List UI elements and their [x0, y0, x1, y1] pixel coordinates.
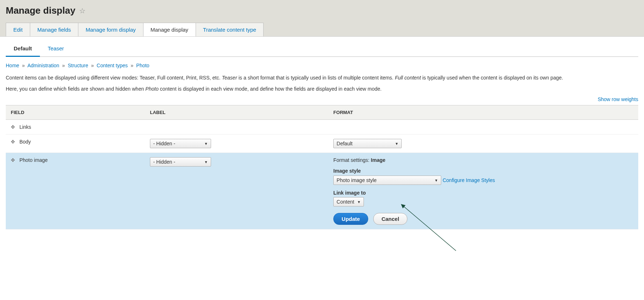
breadcrumb-administration[interactable]: Administration — [27, 63, 59, 68]
link-image-to-select[interactable]: Content ▼ — [333, 197, 364, 206]
tab-edit[interactable]: Edit — [6, 23, 30, 36]
table-row: ✥ Links — [6, 120, 638, 135]
tab-manage-form-display[interactable]: Manage form display — [78, 23, 143, 36]
chevron-down-icon: ▼ — [434, 178, 438, 182]
body-format-select[interactable]: Default ▼ — [333, 139, 402, 148]
primary-tabs: Edit Manage fields Manage form display M… — [6, 23, 638, 36]
th-format: FORMAT — [328, 105, 638, 120]
tab-translate-content-type[interactable]: Translate content type — [196, 23, 264, 36]
show-row-weights-link[interactable]: Show row weights — [598, 96, 638, 102]
image-style-select[interactable]: Photo image style ▼ — [333, 176, 441, 185]
breadcrumb: Home » Administration » Structure » Cont… — [6, 63, 638, 68]
breadcrumb-content-types[interactable]: Content types — [97, 63, 128, 68]
breadcrumb-home[interactable]: Home — [6, 63, 19, 68]
cancel-button[interactable]: Cancel — [373, 213, 407, 225]
page-title: Manage display — [6, 5, 76, 16]
table-row: ✥ Body - Hidden - ▼ Default ▼ — [6, 135, 638, 153]
breadcrumb-structure[interactable]: Structure — [68, 63, 88, 68]
th-field: FIELD — [6, 105, 145, 120]
body-label-select[interactable]: - Hidden - ▼ — [150, 139, 211, 148]
chevron-down-icon: ▼ — [357, 200, 361, 204]
field-name: Links — [19, 124, 31, 130]
description-1: Content items can be displayed using dif… — [6, 74, 638, 82]
chevron-down-icon: ▼ — [204, 142, 208, 146]
th-label: LABEL — [145, 105, 328, 120]
table-row: ✥ Photo image - Hidden - ▼ Format settin… — [6, 153, 638, 229]
photo-image-label-select[interactable]: - Hidden - ▼ — [150, 157, 211, 167]
drag-handle-icon[interactable]: ✥ — [11, 124, 15, 130]
chevron-down-icon: ▼ — [204, 160, 208, 164]
link-image-to-label: Link image to — [333, 190, 633, 196]
image-style-label: Image style — [333, 168, 633, 174]
format-settings-label: Format settings: Image — [333, 157, 633, 163]
chevron-down-icon: ▼ — [395, 142, 398, 146]
update-button[interactable]: Update — [333, 213, 368, 225]
field-name: Body — [19, 139, 31, 145]
subtab-teaser[interactable]: Teaser — [40, 41, 72, 56]
field-name: Photo image — [19, 157, 48, 163]
description-2: Here, you can define which fields are sh… — [6, 85, 638, 93]
drag-handle-icon[interactable]: ✥ — [11, 157, 15, 163]
configure-image-styles-link[interactable]: Configure Image Styles — [443, 177, 495, 183]
secondary-tabs: Default Teaser — [6, 41, 638, 57]
subtab-default[interactable]: Default — [6, 41, 40, 57]
tab-manage-display[interactable]: Manage display — [143, 23, 196, 36]
tab-manage-fields[interactable]: Manage fields — [30, 23, 78, 36]
fields-table: FIELD LABEL FORMAT ✥ Links ✥ Body — [6, 105, 638, 229]
drag-handle-icon[interactable]: ✥ — [11, 139, 15, 145]
star-icon[interactable]: ☆ — [79, 6, 86, 15]
breadcrumb-photo[interactable]: Photo — [136, 63, 150, 68]
